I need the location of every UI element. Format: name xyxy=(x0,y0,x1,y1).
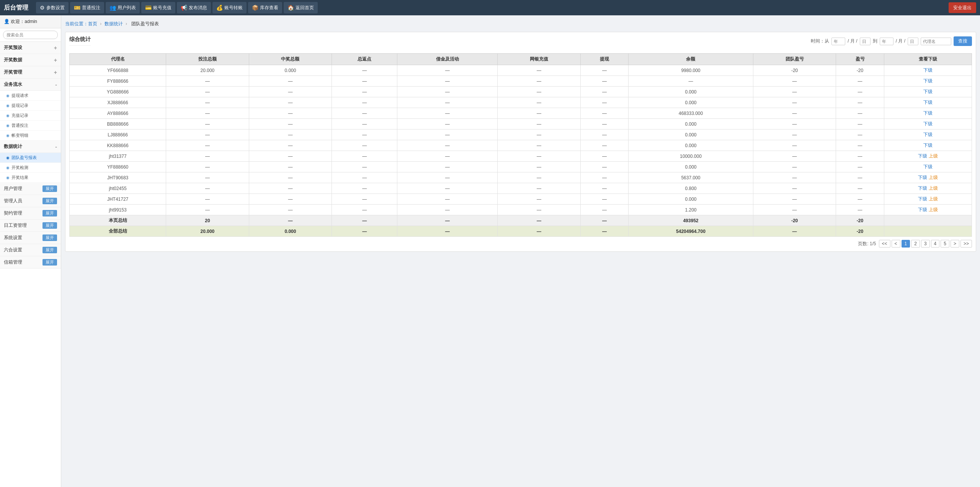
cell-balance: 9980.000 xyxy=(629,65,753,76)
action-上级[interactable]: 上级 xyxy=(929,153,938,159)
nav-transfer[interactable]: 💰 账号转账 xyxy=(212,2,247,13)
sidebar-item-team-report[interactable]: ◉ 团队盈亏报表 xyxy=(0,153,61,163)
contract-manage-label: 契约管理 xyxy=(4,210,22,216)
sidebar-item-open-data[interactable]: 开奖数据 + xyxy=(0,54,61,66)
cell-balance: 0.000 xyxy=(629,119,753,130)
page-last-btn[interactable]: >> xyxy=(960,240,972,248)
cell-withdraw: — xyxy=(580,140,628,151)
cell-rebate: — xyxy=(332,162,397,172)
lottery-settings-label: 六合设置 xyxy=(4,247,22,253)
action-下级[interactable]: 下级 xyxy=(923,164,933,169)
logout-button[interactable]: 安全退出 xyxy=(949,2,976,13)
sidebar-item-daily-wage[interactable]: 日工资管理 展开 xyxy=(0,220,61,232)
day-to-input[interactable] xyxy=(908,38,918,45)
action-下级[interactable]: 下级 xyxy=(923,143,933,148)
sidebar-item-admin-manage[interactable]: 管理人员 展开 xyxy=(0,195,61,207)
year-from-input[interactable] xyxy=(831,38,845,45)
cell-balance: 5637.000 xyxy=(629,172,753,183)
action-下级[interactable]: 下级 xyxy=(923,78,933,84)
nav-params[interactable]: ⚙ 参数设置 xyxy=(36,2,69,13)
nav-announce[interactable]: 📢 发布消息 xyxy=(177,2,211,13)
nav-stock[interactable]: 📦 库存查看 xyxy=(248,2,282,13)
sidebar-item-open-result[interactable]: ◉ 开奖结果 xyxy=(0,173,61,183)
action-下级[interactable]: 下级 xyxy=(918,196,927,202)
sidebar-item-account-detail[interactable]: ◉ 帐变明细 xyxy=(0,131,61,141)
action-上级[interactable]: 上级 xyxy=(929,207,938,212)
breadcrumb-stats[interactable]: 数据统计 xyxy=(105,21,123,26)
tot-team-pnl: — xyxy=(753,226,836,237)
action-上级[interactable]: 上级 xyxy=(929,196,938,202)
cell-pnl: — xyxy=(836,108,884,119)
sys-settings-expand-btn[interactable]: 展开 xyxy=(42,234,57,241)
cell-rebate: — xyxy=(332,130,397,140)
recharge-rec-label: 充值记录 xyxy=(11,113,28,118)
page-prev-btn[interactable]: < xyxy=(892,240,900,248)
sidebar-item-sys-settings[interactable]: 系统设置 展开 xyxy=(0,232,61,244)
admin-manage-expand-btn[interactable]: 展开 xyxy=(42,198,57,204)
action-下级[interactable]: 下级 xyxy=(923,121,933,126)
action-上级[interactable]: 上级 xyxy=(929,175,938,180)
action-上级[interactable]: 上级 xyxy=(929,185,938,191)
sidebar-item-open-check[interactable]: ◉ 开奖检测 xyxy=(0,163,61,173)
action-下级[interactable]: 下级 xyxy=(923,132,933,137)
sidebar-item-user-manage[interactable]: 用户管理 展开 xyxy=(0,183,61,195)
table-row: YF666888 20.000 0.000 — — — — 9980.000 -… xyxy=(70,65,972,76)
action-下级[interactable]: 下级 xyxy=(923,110,933,116)
th-team-pnl: 团队盈亏 xyxy=(753,54,836,65)
tot-balance: 54204964.700 xyxy=(629,226,753,237)
search-button[interactable]: 查搜 xyxy=(954,36,972,46)
year-to-input[interactable] xyxy=(880,38,893,45)
nav-users[interactable]: 👥 用户列表 xyxy=(106,2,140,13)
contract-manage-expand-btn[interactable]: 展开 xyxy=(42,210,57,216)
daily-wage-expand-btn[interactable]: 展开 xyxy=(42,222,57,229)
page-3-btn[interactable]: 3 xyxy=(921,240,930,248)
sidebar-item-open-manage[interactable]: 开奖管理 + xyxy=(0,66,61,79)
page-1-btn[interactable]: 1 xyxy=(902,240,910,248)
page-4-btn[interactable]: 4 xyxy=(931,240,940,248)
action-下级[interactable]: 下级 xyxy=(923,67,933,73)
sidebar-item-open-preset[interactable]: 开奖预设 + xyxy=(0,42,61,54)
sidebar-item-withdraw-req[interactable]: ◉ 提现请求 xyxy=(0,91,61,101)
open-manage-label: 开奖管理 xyxy=(4,69,22,75)
cell-recharge: — xyxy=(498,65,581,76)
sidebar-item-contract-manage[interactable]: 契约管理 展开 xyxy=(0,207,61,220)
search-input[interactable] xyxy=(3,31,58,39)
sidebar-item-lottery-settings[interactable]: 六合设置 展开 xyxy=(0,244,61,256)
cell-win: — xyxy=(249,183,332,194)
sidebar-item-business-flow[interactable]: 业务流水 - xyxy=(0,79,61,91)
sum-team-pnl: -20 xyxy=(753,215,836,226)
cell-invest: — xyxy=(166,205,249,215)
sidebar-item-mailbox-manage[interactable]: 信箱管理 展开 xyxy=(0,256,61,269)
cell-pnl: — xyxy=(836,172,884,183)
breadcrumb-home[interactable]: 当前位置：首页 xyxy=(65,21,97,26)
mailbox-manage-expand-btn[interactable]: 展开 xyxy=(42,259,57,266)
sidebar-item-lottery-note[interactable]: ◉ 普通投注 xyxy=(0,121,61,131)
sidebar-item-withdraw-rec[interactable]: ◉ 提现记录 xyxy=(0,101,61,111)
th-borrow: 借金及活动 xyxy=(397,54,498,65)
action-下级[interactable]: 下级 xyxy=(918,153,927,159)
user-manage-expand-btn[interactable]: 展开 xyxy=(42,185,57,192)
action-下级[interactable]: 下级 xyxy=(923,100,933,105)
th-actions: 查看下级 xyxy=(884,54,972,65)
page-next-btn[interactable]: > xyxy=(951,240,959,248)
page-5-btn[interactable]: 5 xyxy=(941,240,949,248)
page-2-btn[interactable]: 2 xyxy=(911,240,920,248)
sidebar-item-data-stats[interactable]: 数据统计 - xyxy=(0,141,61,153)
cell-name: FY888666 xyxy=(70,76,166,87)
cell-name: JHT41727 xyxy=(70,194,166,205)
day-from-input[interactable] xyxy=(860,38,871,45)
action-下级[interactable]: 下级 xyxy=(923,89,933,94)
nav-home[interactable]: 🏠 返回首页 xyxy=(284,2,318,13)
action-下级[interactable]: 下级 xyxy=(918,207,927,212)
sidebar-item-recharge-rec[interactable]: ◉ 充值记录 xyxy=(0,111,61,121)
table-row: jht02455 — — — — — — 0.800 — — 下级 上级 xyxy=(70,183,972,194)
nav-numbers[interactable]: 💳 账号充值 xyxy=(141,2,175,13)
agent-input[interactable] xyxy=(921,38,951,45)
action-下级[interactable]: 下级 xyxy=(918,185,927,191)
cell-actions: 下级 上级 xyxy=(884,183,972,194)
nav-lottery[interactable]: 🎫 普通投注 xyxy=(70,2,104,13)
lottery-settings-expand-btn[interactable]: 展开 xyxy=(42,247,57,253)
action-下级[interactable]: 下级 xyxy=(918,175,927,180)
page-first-btn[interactable]: << xyxy=(879,240,890,248)
cell-borrow: — xyxy=(397,140,498,151)
